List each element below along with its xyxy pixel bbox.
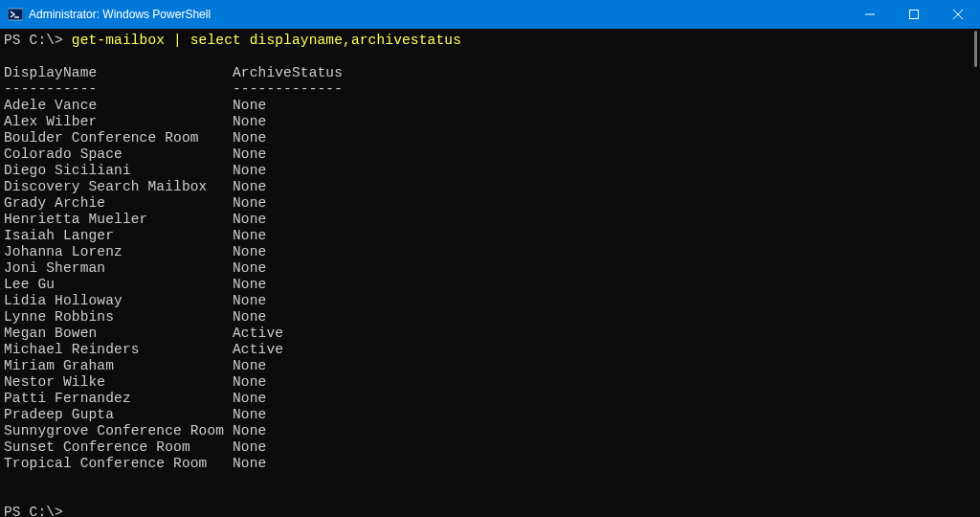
powershell-icon	[8, 7, 23, 22]
table-row: Lidia Holloway None	[4, 293, 976, 309]
window-title: Administrator: Windows PowerShell	[29, 8, 211, 21]
table-row: Lynne Robbins None	[4, 309, 976, 326]
table-row: Tropical Conference Room None	[4, 456, 976, 472]
trailing-prompt: PS C:\>	[4, 505, 976, 517]
close-button[interactable]	[936, 0, 980, 29]
table-row: Boulder Conference Room None	[4, 130, 976, 146]
table-row: Miriam Graham None	[4, 358, 976, 374]
table-row: Patti Fernandez None	[4, 391, 976, 407]
scrollbar-thumb[interactable]	[974, 31, 977, 67]
table-row: Alex Wilber None	[4, 114, 976, 130]
terminal-output: PS C:\> get-mailbox | select displayname…	[0, 29, 980, 517]
table-row: Henrietta Mueller None	[4, 212, 976, 228]
table-header-divider: ----------- -------------	[4, 81, 976, 98]
table-row: Adele Vance None	[4, 98, 976, 114]
table-row: Diego Siciliani None	[4, 163, 976, 179]
table-row: Grady Archie None	[4, 195, 976, 212]
maximize-button[interactable]	[892, 0, 936, 29]
table-row: Colorado Space None	[4, 146, 976, 163]
table-row: Joni Sherman None	[4, 260, 976, 277]
table-row: Lee Gu None	[4, 277, 976, 293]
titlebar-buttons	[848, 0, 980, 29]
table-row: Nestor Wilke None	[4, 374, 976, 391]
svg-rect-3	[910, 11, 919, 19]
command-text: get-mailbox | select displayname,archive…	[72, 33, 461, 48]
terminal-area[interactable]: PS C:\> get-mailbox | select displayname…	[0, 29, 980, 517]
prompt-line: PS C:\> get-mailbox | select displayname…	[4, 33, 976, 49]
table-header: DisplayName ArchiveStatus	[4, 65, 976, 81]
table-row: Johanna Lorenz None	[4, 244, 976, 260]
table-row: Isaiah Langer None	[4, 228, 976, 244]
table-row: Pradeep Gupta None	[4, 407, 976, 423]
titlebar-left: Administrator: Windows PowerShell	[0, 7, 211, 22]
prompt-prefix: PS C:\>	[4, 33, 72, 48]
powershell-window: Administrator: Windows PowerShell PS C:\…	[0, 0, 980, 517]
table-row: Michael Reinders Active	[4, 342, 976, 358]
table-row: Sunnygrove Conference Room None	[4, 423, 976, 439]
table-row: Megan Bowen Active	[4, 326, 976, 342]
minimize-button[interactable]	[848, 0, 892, 29]
titlebar[interactable]: Administrator: Windows PowerShell	[0, 0, 980, 29]
table-row: Sunset Conference Room None	[4, 439, 976, 456]
table-row: Discovery Search Mailbox None	[4, 179, 976, 195]
